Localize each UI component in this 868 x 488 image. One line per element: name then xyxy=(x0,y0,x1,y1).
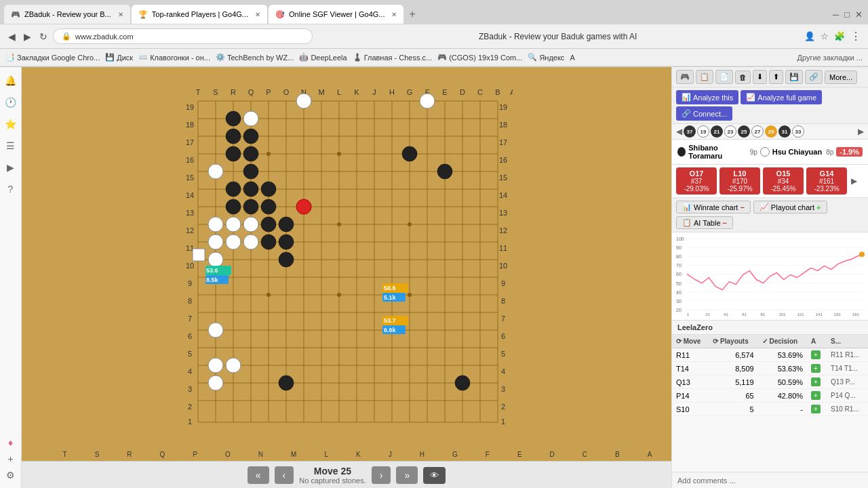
cell-plus-4[interactable]: + xyxy=(807,403,827,416)
bookmark-1[interactable]: 📑 Закладки Google Chro... xyxy=(5,53,100,62)
scroll-left-btn[interactable]: ◀ xyxy=(675,125,684,138)
bookmark-9[interactable]: А xyxy=(570,54,574,62)
address-bar[interactable]: 🔒 www.zbaduk.com xyxy=(53,28,313,44)
sidebar-icon-gear[interactable]: ⚙ xyxy=(3,467,19,483)
toolbar-icon-1[interactable]: 🎮 xyxy=(676,70,694,84)
toolbar-icon-download[interactable]: ⬇ xyxy=(753,70,767,84)
sidebar-icon-play[interactable]: ▶ xyxy=(3,159,19,176)
move-dot-1[interactable]: 37 xyxy=(684,125,696,138)
bad-move-L10[interactable]: L10 #170 -25.97% xyxy=(719,167,760,195)
bad-move-O17[interactable]: O17 #37 -29.03% xyxy=(676,167,717,195)
sidebar-icon-pink[interactable]: ♦ xyxy=(3,434,19,451)
bad-move-O15[interactable]: O15 #34 -25.45% xyxy=(763,167,804,195)
analyze-full-btn[interactable]: 📈 Analyze full game xyxy=(741,90,822,104)
playout-plus[interactable]: + xyxy=(816,203,821,211)
move-dot-5[interactable]: 25 xyxy=(738,125,750,138)
move-dot-7[interactable]: 29 xyxy=(765,125,777,138)
col-header-s[interactable]: S... xyxy=(827,335,868,348)
cell-plus-1[interactable]: + xyxy=(807,362,827,375)
toolbar-icon-link[interactable]: 🔗 xyxy=(805,70,823,84)
sidebar-icon-bell[interactable]: 🔔 xyxy=(3,73,19,89)
forward-btn[interactable]: ▶ xyxy=(21,30,34,43)
move-dot-2[interactable]: 19 xyxy=(697,125,709,138)
cell-plus-2[interactable]: + xyxy=(807,375,827,389)
bookmark-3[interactable]: ⌨️ Клавогонки - он... xyxy=(138,53,210,62)
extensions-btn[interactable]: 🧩 xyxy=(833,30,846,43)
move-dot-3[interactable]: 21 xyxy=(711,125,723,138)
minimize-btn[interactable]: ─ xyxy=(831,8,840,21)
cell-plus-0[interactable]: + xyxy=(807,348,827,362)
tab-2[interactable]: 🏆 Top-ranked Players | Go4G... ✕ xyxy=(132,5,267,24)
svg-text:G: G xyxy=(407,88,413,96)
bad-moves-scroll-right[interactable]: ▶ xyxy=(850,167,859,195)
scroll-right-btn[interactable]: ▶ xyxy=(856,125,865,138)
bookmark-5[interactable]: 🤖 DeepLeela xyxy=(299,53,347,62)
close-window-btn[interactable]: ✕ xyxy=(854,8,864,21)
table-row[interactable]: R11 6,574 53.69% + R11 R1... xyxy=(672,348,868,362)
move-dot-4[interactable]: 23 xyxy=(724,125,736,138)
table-row[interactable]: Q13 5,119 50.59% + Q13 P... xyxy=(672,375,868,389)
add-btn-3[interactable]: + xyxy=(811,391,821,400)
col-header-playouts[interactable]: ⟳ Playouts xyxy=(709,335,757,348)
add-btn-2[interactable]: + xyxy=(811,378,821,386)
new-tab-button[interactable]: + xyxy=(405,8,419,20)
bookmark-8[interactable]: 🔍 Яндекс xyxy=(528,53,564,62)
table-row[interactable]: P14 65 42.80% + P14 Q... xyxy=(672,389,868,403)
eye-btn[interactable]: 👁 xyxy=(423,467,446,484)
refresh-btn[interactable]: ↻ xyxy=(37,30,50,43)
tab-close-btn[interactable]: ✕ xyxy=(118,11,123,18)
tab2-close-btn[interactable]: ✕ xyxy=(255,11,260,18)
last-move-btn[interactable]: » xyxy=(396,466,418,484)
prev-move-btn[interactable]: ‹ xyxy=(275,466,294,484)
sidebar-icon-clock[interactable]: 🕐 xyxy=(3,94,19,110)
bookmark-7[interactable]: 🎮 (CGOS) 19x19 Com... xyxy=(437,53,522,62)
table-row[interactable]: T14 8,509 53.63% + T14 T1... xyxy=(672,362,868,375)
winrate-chart-btn[interactable]: 📊 Winrate chart − xyxy=(676,201,751,214)
menu-btn[interactable]: ⋮ xyxy=(849,28,863,44)
table-row[interactable]: S10 5 - + S10 R1... xyxy=(672,403,868,416)
move-dot-6[interactable]: 27 xyxy=(751,125,764,138)
toolbar-icon-upload[interactable]: ⬆ xyxy=(769,70,783,84)
more-btn[interactable]: More... xyxy=(825,70,857,84)
cell-move-3: P14 xyxy=(672,389,709,403)
bad-move-G14[interactable]: G14 #161 -23.23% xyxy=(806,167,847,195)
add-comments[interactable]: Add comments ... xyxy=(672,472,868,488)
col-header-a[interactable]: A xyxy=(807,335,827,348)
profile-btn[interactable]: 👤 xyxy=(803,30,816,43)
bookmarks-more[interactable]: Другие закладки ... xyxy=(797,54,863,62)
col-header-move[interactable]: ⟳ Move xyxy=(672,335,709,348)
toolbar-icon-save[interactable]: 💾 xyxy=(785,70,803,84)
cell-plus-3[interactable]: + xyxy=(807,389,827,403)
sidebar-icon-question[interactable]: ? xyxy=(3,181,19,197)
bookmark-2[interactable]: 💾 Диск xyxy=(105,53,133,62)
toolbar-icon-3[interactable]: 📄 xyxy=(715,70,733,84)
connect-btn[interactable]: 🔗 Connect... xyxy=(676,106,732,121)
add-btn-1[interactable]: + xyxy=(811,364,821,373)
maximize-btn[interactable]: □ xyxy=(843,8,851,21)
tab3-close-btn[interactable]: ✕ xyxy=(391,11,397,18)
add-btn-4[interactable]: + xyxy=(811,405,821,413)
first-move-btn[interactable]: « xyxy=(248,466,269,484)
sidebar-icon-star[interactable]: ⭐ xyxy=(3,116,19,132)
ai-table-minus[interactable]: − xyxy=(723,219,727,227)
toolbar-icon-trash[interactable]: 🗑 xyxy=(735,70,751,84)
move-dot-8[interactable]: 31 xyxy=(778,125,791,138)
analyze-this-btn[interactable]: 📊 Analyze this xyxy=(676,90,738,104)
bookmark-6[interactable]: ♟️ Главная - Chess.c... xyxy=(353,53,433,62)
bookmark-4[interactable]: ⚙️ TechBench by WZ... xyxy=(216,53,294,62)
tab-active[interactable]: 🎮 ZBaduk - Review your B... ✕ xyxy=(4,5,130,24)
toolbar-icon-2[interactable]: 📋 xyxy=(696,70,713,84)
add-btn-0[interactable]: + xyxy=(811,350,821,359)
ai-table[interactable]: ⟳ Move ⟳ Playouts ✓ Decision A xyxy=(672,335,868,472)
col-header-decision[interactable]: ✓ Decision xyxy=(758,335,807,348)
ai-table-btn[interactable]: 📋 AI Table − xyxy=(676,216,733,229)
next-move-btn[interactable]: › xyxy=(372,466,391,484)
playout-chart-btn[interactable]: 📈 Playout chart + xyxy=(753,201,827,214)
tab-3[interactable]: 🎯 Online SGF Viewer | Go4G... ✕ xyxy=(269,5,403,24)
back-btn[interactable]: ◀ xyxy=(5,30,18,43)
move-dot-9[interactable]: 33 xyxy=(792,125,804,138)
sidebar-icon-list[interactable]: ☰ xyxy=(3,138,19,154)
winrate-minus[interactable]: − xyxy=(740,203,744,211)
star-btn[interactable]: ☆ xyxy=(819,30,830,43)
sidebar-icon-plus[interactable]: + xyxy=(3,451,19,467)
